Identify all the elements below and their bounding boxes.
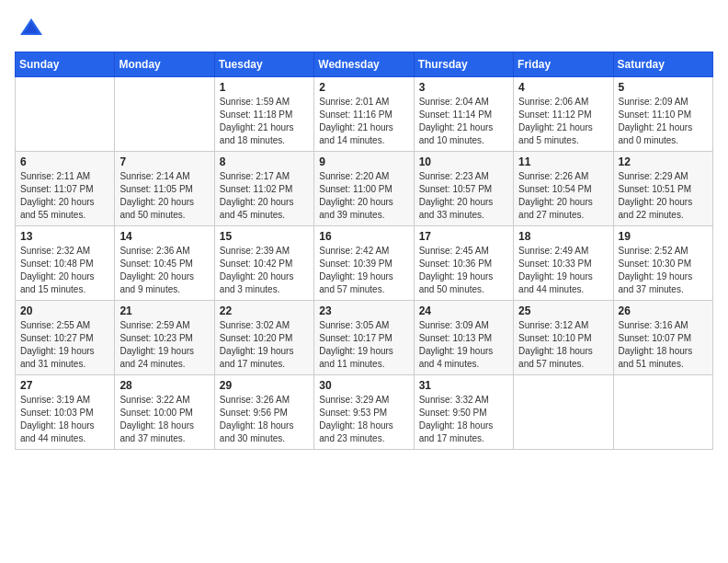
- day-number: 28: [119, 379, 209, 392]
- day-number: 7: [119, 155, 209, 168]
- day-content: Sunrise: 2:45 AM Sunset: 10:36 PM Daylig…: [419, 245, 508, 296]
- day-content: Sunrise: 2:06 AM Sunset: 11:12 PM Daylig…: [518, 96, 608, 147]
- calendar-cell: 1Sunrise: 1:59 AM Sunset: 11:18 PM Dayli…: [214, 77, 313, 152]
- day-number: 19: [619, 230, 708, 243]
- day-content: Sunrise: 3:32 AM Sunset: 9:50 PM Dayligh…: [419, 394, 508, 445]
- day-number: 5: [619, 81, 708, 94]
- day-number: 23: [319, 304, 408, 317]
- calendar-body: 1Sunrise: 1:59 AM Sunset: 11:18 PM Dayli…: [16, 77, 713, 450]
- calendar-table: SundayMondayTuesdayWednesdayThursdayFrid…: [15, 52, 713, 450]
- day-number: 17: [419, 230, 508, 243]
- calendar-cell: 13Sunrise: 2:32 AM Sunset: 10:48 PM Dayl…: [16, 226, 115, 301]
- day-number: 8: [220, 155, 309, 168]
- day-content: Sunrise: 3:05 AM Sunset: 10:17 PM Daylig…: [319, 319, 408, 371]
- day-content: Sunrise: 3:26 AM Sunset: 9:56 PM Dayligh…: [220, 394, 309, 445]
- day-number: 1: [220, 81, 309, 94]
- day-content: Sunrise: 2:01 AM Sunset: 11:16 PM Daylig…: [319, 96, 408, 147]
- day-number: 14: [119, 230, 209, 243]
- day-number: 4: [518, 81, 608, 94]
- calendar-week-3: 13Sunrise: 2:32 AM Sunset: 10:48 PM Dayl…: [16, 226, 713, 301]
- calendar-cell: 12Sunrise: 2:29 AM Sunset: 10:51 PM Dayl…: [613, 152, 712, 226]
- day-number: 11: [518, 155, 608, 168]
- day-content: Sunrise: 2:59 AM Sunset: 10:23 PM Daylig…: [119, 319, 209, 371]
- day-number: 22: [220, 304, 309, 317]
- day-number: 16: [319, 230, 408, 243]
- calendar-cell: 23Sunrise: 3:05 AM Sunset: 10:17 PM Dayl…: [314, 301, 414, 375]
- day-number: 18: [518, 230, 608, 243]
- calendar-cell: 30Sunrise: 3:29 AM Sunset: 9:53 PM Dayli…: [314, 375, 414, 450]
- logo: [15, 15, 44, 40]
- day-number: 2: [319, 81, 408, 94]
- calendar-cell: 8Sunrise: 2:17 AM Sunset: 11:02 PM Dayli…: [214, 152, 313, 226]
- calendar-cell: 9Sunrise: 2:20 AM Sunset: 11:00 PM Dayli…: [314, 152, 414, 226]
- calendar-cell: 28Sunrise: 3:22 AM Sunset: 10:00 PM Dayl…: [115, 375, 214, 450]
- calendar-cell: 7Sunrise: 2:14 AM Sunset: 11:05 PM Dayli…: [115, 152, 214, 226]
- calendar-week-1: 1Sunrise: 1:59 AM Sunset: 11:18 PM Dayli…: [16, 77, 713, 152]
- day-content: Sunrise: 2:49 AM Sunset: 10:33 PM Daylig…: [518, 245, 608, 296]
- logo-icon: [18, 15, 44, 40]
- calendar-header: SundayMondayTuesdayWednesdayThursdayFrid…: [16, 52, 713, 77]
- calendar-cell: [16, 77, 115, 152]
- page-header: [15, 15, 713, 40]
- day-content: Sunrise: 2:04 AM Sunset: 11:14 PM Daylig…: [419, 96, 508, 147]
- day-number: 24: [419, 304, 508, 317]
- header-cell-thursday: Thursday: [414, 52, 513, 77]
- calendar-week-4: 20Sunrise: 2:55 AM Sunset: 10:27 PM Dayl…: [16, 301, 713, 375]
- day-content: Sunrise: 2:09 AM Sunset: 11:10 PM Daylig…: [619, 96, 708, 147]
- calendar-cell: 2Sunrise: 2:01 AM Sunset: 11:16 PM Dayli…: [314, 77, 414, 152]
- day-content: Sunrise: 3:22 AM Sunset: 10:00 PM Daylig…: [119, 394, 209, 445]
- calendar-cell: [613, 375, 712, 450]
- day-content: Sunrise: 2:52 AM Sunset: 10:30 PM Daylig…: [619, 245, 708, 296]
- calendar-cell: [115, 77, 214, 152]
- day-content: Sunrise: 2:29 AM Sunset: 10:51 PM Daylig…: [619, 170, 708, 222]
- calendar-cell: 19Sunrise: 2:52 AM Sunset: 10:30 PM Dayl…: [613, 226, 712, 301]
- day-number: 29: [220, 379, 309, 392]
- day-number: 15: [220, 230, 309, 243]
- calendar-cell: 14Sunrise: 2:36 AM Sunset: 10:45 PM Dayl…: [115, 226, 214, 301]
- calendar-cell: 6Sunrise: 2:11 AM Sunset: 11:07 PM Dayli…: [16, 152, 115, 226]
- header-cell-saturday: Saturday: [613, 52, 712, 77]
- day-number: 26: [619, 304, 708, 317]
- day-content: Sunrise: 2:14 AM Sunset: 11:05 PM Daylig…: [119, 170, 209, 222]
- day-content: Sunrise: 2:20 AM Sunset: 11:00 PM Daylig…: [319, 170, 408, 222]
- day-content: Sunrise: 2:11 AM Sunset: 11:07 PM Daylig…: [20, 170, 109, 222]
- day-number: 12: [619, 155, 708, 168]
- day-number: 21: [119, 304, 209, 317]
- day-content: Sunrise: 3:02 AM Sunset: 10:20 PM Daylig…: [220, 319, 309, 371]
- header-row: SundayMondayTuesdayWednesdayThursdayFrid…: [16, 52, 713, 77]
- day-number: 25: [518, 304, 608, 317]
- calendar-cell: 16Sunrise: 2:42 AM Sunset: 10:39 PM Dayl…: [314, 226, 414, 301]
- calendar-cell: 25Sunrise: 3:12 AM Sunset: 10:10 PM Dayl…: [514, 301, 613, 375]
- header-cell-wednesday: Wednesday: [314, 52, 414, 77]
- calendar-week-5: 27Sunrise: 3:19 AM Sunset: 10:03 PM Dayl…: [16, 375, 713, 450]
- day-content: Sunrise: 2:26 AM Sunset: 10:54 PM Daylig…: [518, 170, 608, 222]
- day-content: Sunrise: 2:17 AM Sunset: 11:02 PM Daylig…: [220, 170, 309, 222]
- calendar-cell: 29Sunrise: 3:26 AM Sunset: 9:56 PM Dayli…: [214, 375, 313, 450]
- day-content: Sunrise: 3:16 AM Sunset: 10:07 PM Daylig…: [619, 319, 708, 371]
- calendar-cell: 11Sunrise: 2:26 AM Sunset: 10:54 PM Dayl…: [514, 152, 613, 226]
- calendar-cell: [514, 375, 613, 450]
- calendar-cell: 22Sunrise: 3:02 AM Sunset: 10:20 PM Dayl…: [214, 301, 313, 375]
- calendar-cell: 31Sunrise: 3:32 AM Sunset: 9:50 PM Dayli…: [414, 375, 513, 450]
- calendar-cell: 15Sunrise: 2:39 AM Sunset: 10:42 PM Dayl…: [214, 226, 313, 301]
- day-content: Sunrise: 3:19 AM Sunset: 10:03 PM Daylig…: [20, 394, 109, 445]
- day-number: 9: [319, 155, 408, 168]
- day-content: Sunrise: 2:36 AM Sunset: 10:45 PM Daylig…: [119, 245, 209, 296]
- day-content: Sunrise: 3:09 AM Sunset: 10:13 PM Daylig…: [419, 319, 508, 371]
- calendar-cell: 21Sunrise: 2:59 AM Sunset: 10:23 PM Dayl…: [115, 301, 214, 375]
- header-cell-friday: Friday: [514, 52, 613, 77]
- calendar-cell: 26Sunrise: 3:16 AM Sunset: 10:07 PM Dayl…: [613, 301, 712, 375]
- calendar-week-2: 6Sunrise: 2:11 AM Sunset: 11:07 PM Dayli…: [16, 152, 713, 226]
- day-number: 10: [419, 155, 508, 168]
- calendar-cell: 20Sunrise: 2:55 AM Sunset: 10:27 PM Dayl…: [16, 301, 115, 375]
- day-number: 31: [419, 379, 508, 392]
- header-cell-tuesday: Tuesday: [214, 52, 313, 77]
- calendar-cell: 10Sunrise: 2:23 AM Sunset: 10:57 PM Dayl…: [414, 152, 513, 226]
- day-content: Sunrise: 3:12 AM Sunset: 10:10 PM Daylig…: [518, 319, 608, 371]
- day-content: Sunrise: 1:59 AM Sunset: 11:18 PM Daylig…: [220, 96, 309, 147]
- day-number: 30: [319, 379, 408, 392]
- day-number: 13: [20, 230, 109, 243]
- day-content: Sunrise: 3:29 AM Sunset: 9:53 PM Dayligh…: [319, 394, 408, 445]
- day-number: 3: [419, 81, 508, 94]
- header-cell-sunday: Sunday: [16, 52, 115, 77]
